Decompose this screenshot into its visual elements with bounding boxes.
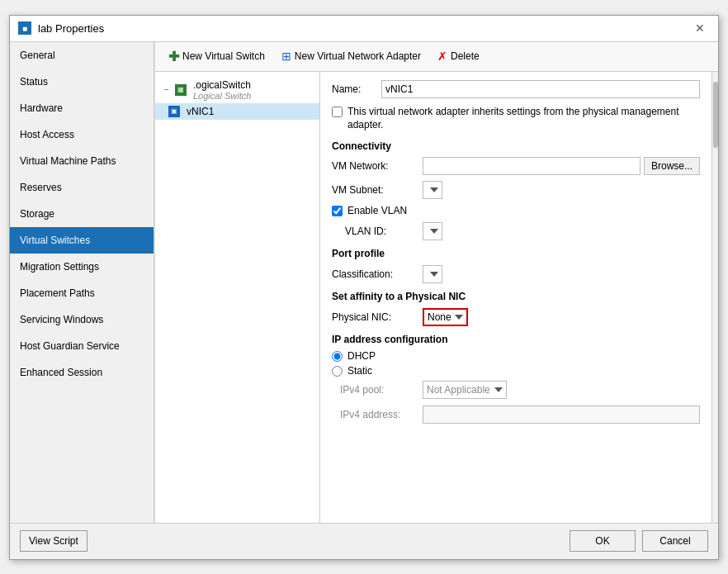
sidebar-item-servicing-windows[interactable]: Servicing Windows bbox=[10, 306, 154, 333]
new-virtual-switch-button[interactable]: ✚ New Virtual Switch bbox=[162, 46, 272, 67]
ipv4-pool-row: IPv4 pool: Not Applicable bbox=[332, 380, 700, 400]
tree-switch-item[interactable]: − ▦ .ogicalSwitch Logical Switch bbox=[155, 77, 319, 103]
inherit-checkbox[interactable] bbox=[332, 107, 343, 117]
static-label: Static bbox=[347, 365, 372, 377]
app-icon: ■ bbox=[18, 21, 31, 35]
props-scrollbar[interactable] bbox=[711, 72, 718, 523]
affinity-header: Set affinity to a Physical NIC bbox=[332, 291, 700, 302]
physical-nic-row: Physical NIC: None bbox=[332, 307, 700, 327]
new-virtual-network-adapter-button[interactable]: ⊞ New Virtual Network Adapter bbox=[275, 47, 428, 65]
vm-network-label: VM Network: bbox=[332, 160, 423, 172]
view-script-button[interactable]: View Script bbox=[20, 530, 87, 552]
ipv4-pool-wrapper: Not Applicable bbox=[423, 381, 700, 399]
nic-name: vNIC1 bbox=[187, 106, 214, 117]
vlan-id-wrapper bbox=[423, 222, 700, 240]
vm-subnet-row: VM Subnet: bbox=[332, 180, 700, 200]
vm-subnet-label: VM Subnet: bbox=[332, 184, 423, 196]
main-window: ■ lab Properties ✕ General Status Hardwa… bbox=[9, 15, 719, 560]
static-radio[interactable] bbox=[332, 366, 343, 377]
plus-icon: ✚ bbox=[168, 49, 179, 64]
classification-wrapper bbox=[423, 265, 700, 283]
vm-network-row: VM Network: Browse... bbox=[332, 157, 700, 175]
switch-sublabel: Logical Switch bbox=[193, 91, 251, 101]
delete-icon: ✗ bbox=[437, 50, 447, 63]
window-title: lab Properties bbox=[38, 22, 104, 35]
sidebar-item-storage[interactable]: Storage bbox=[10, 201, 154, 227]
tree-expand-icon[interactable]: − bbox=[162, 85, 172, 95]
enable-vlan-row: Enable VLAN bbox=[332, 205, 700, 216]
delete-button[interactable]: ✗ Delete bbox=[431, 47, 486, 65]
sidebar-item-general[interactable]: General bbox=[10, 42, 154, 69]
physical-nic-select[interactable]: None bbox=[423, 308, 468, 326]
ipv4-address-label: IPv4 address: bbox=[332, 409, 423, 420]
ipv4-address-row: IPv4 address: bbox=[332, 405, 700, 425]
tree-switch-label-group: .ogicalSwitch Logical Switch bbox=[193, 79, 251, 101]
sidebar-item-migration-settings[interactable]: Migration Settings bbox=[10, 254, 154, 280]
vm-network-input[interactable] bbox=[423, 157, 641, 175]
sidebar-item-hardware[interactable]: Hardware bbox=[10, 95, 154, 121]
sidebar-scroll: General Status Hardware Host Access Virt… bbox=[10, 42, 154, 523]
dhcp-radio[interactable] bbox=[332, 351, 343, 362]
name-label: Name: bbox=[332, 83, 381, 95]
ip-config-header: IP address configuration bbox=[332, 334, 700, 345]
inherit-text: This virtual network adapter inherits se… bbox=[347, 105, 700, 133]
ipv4-address-input[interactable] bbox=[423, 406, 700, 424]
tree-nic-item[interactable]: ▣ vNIC1 bbox=[155, 103, 319, 120]
classification-select[interactable] bbox=[423, 265, 442, 283]
props-scrollbar-thumb bbox=[713, 82, 718, 148]
vm-subnet-wrapper bbox=[423, 181, 700, 199]
sidebar-item-virtual-switches[interactable]: Virtual Switches bbox=[10, 227, 154, 254]
vlan-id-label: VLAN ID: bbox=[332, 225, 423, 237]
connectivity-header: Connectivity bbox=[332, 140, 700, 152]
classification-row: Classification: bbox=[332, 264, 700, 284]
sidebar-item-enhanced-session[interactable]: Enhanced Session bbox=[10, 359, 154, 386]
tree-panel: − ▦ .ogicalSwitch Logical Switch ▣ vNIC1 bbox=[155, 72, 320, 523]
title-bar: ■ lab Properties ✕ bbox=[10, 16, 718, 42]
enable-vlan-checkbox[interactable] bbox=[332, 206, 343, 216]
dhcp-label: DHCP bbox=[347, 350, 376, 362]
inherit-row: This virtual network adapter inherits se… bbox=[332, 105, 700, 133]
physical-nic-wrapper: None bbox=[423, 308, 700, 326]
cancel-button[interactable]: Cancel bbox=[642, 530, 708, 552]
sidebar: General Status Hardware Host Access Virt… bbox=[10, 42, 154, 523]
nic-icon: ▣ bbox=[168, 106, 180, 117]
vlan-id-select[interactable] bbox=[423, 222, 442, 240]
sidebar-item-host-guardian[interactable]: Host Guardian Service bbox=[10, 333, 154, 359]
browse-button[interactable]: Browse... bbox=[644, 157, 700, 175]
switch-icon: ▦ bbox=[175, 84, 187, 96]
bottom-bar: View Script OK Cancel bbox=[10, 523, 718, 559]
sidebar-item-host-access[interactable]: Host Access bbox=[10, 121, 154, 148]
props-panel: Name: This virtual network adapter inher… bbox=[320, 72, 711, 523]
static-row: Static bbox=[332, 365, 700, 377]
enable-vlan-label: Enable VLAN bbox=[347, 205, 407, 216]
physical-nic-label: Physical NIC: bbox=[332, 311, 423, 323]
bottom-right: OK Cancel bbox=[570, 530, 708, 552]
title-bar-left: ■ lab Properties bbox=[18, 21, 104, 35]
main-panel: ✚ New Virtual Switch ⊞ New Virtual Netwo… bbox=[154, 42, 718, 523]
dhcp-row: DHCP bbox=[332, 350, 700, 362]
close-button[interactable]: ✕ bbox=[690, 20, 710, 36]
sidebar-item-status[interactable]: Status bbox=[10, 69, 154, 95]
props-outer: Name: This virtual network adapter inher… bbox=[320, 72, 718, 523]
split-panel: − ▦ .ogicalSwitch Logical Switch ▣ vNIC1 bbox=[155, 72, 718, 523]
port-profile-header: Port profile bbox=[332, 248, 700, 259]
sidebar-item-placement-paths[interactable]: Placement Paths bbox=[10, 280, 154, 306]
name-input[interactable] bbox=[381, 80, 700, 98]
ipv4-pool-select[interactable]: Not Applicable bbox=[423, 381, 507, 399]
network-adapter-icon: ⊞ bbox=[281, 50, 291, 63]
classification-label: Classification: bbox=[332, 268, 423, 280]
sidebar-item-reserves[interactable]: Reserves bbox=[10, 174, 154, 201]
content-area: General Status Hardware Host Access Virt… bbox=[10, 42, 718, 523]
switch-name: .ogicalSwitch bbox=[193, 79, 251, 91]
vm-subnet-select[interactable] bbox=[423, 181, 442, 199]
ok-button[interactable]: OK bbox=[570, 530, 636, 552]
toolbar: ✚ New Virtual Switch ⊞ New Virtual Netwo… bbox=[155, 42, 718, 72]
vlan-id-row: VLAN ID: bbox=[332, 221, 700, 241]
ipv4-pool-label: IPv4 pool: bbox=[332, 384, 423, 396]
sidebar-item-vm-paths[interactable]: Virtual Machine Paths bbox=[10, 148, 154, 174]
name-row: Name: bbox=[332, 80, 700, 98]
